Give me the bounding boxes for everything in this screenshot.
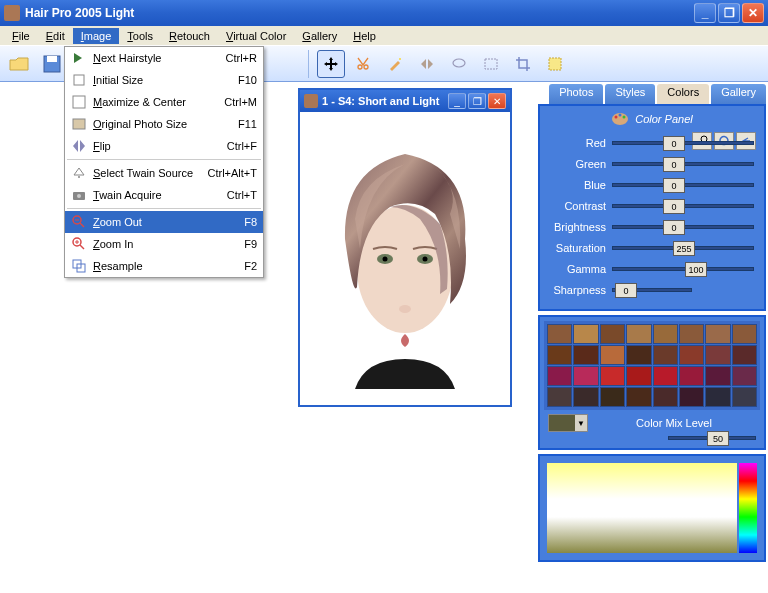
menu-gallery[interactable]: Gallery <box>294 28 345 44</box>
photo-canvas[interactable] <box>300 112 510 405</box>
color-gradient-picker[interactable] <box>547 463 737 553</box>
color-swatch[interactable] <box>573 366 598 386</box>
slider-row-contrast: Contrast0 <box>546 196 758 216</box>
color-swatch[interactable] <box>573 345 598 365</box>
menu-item-resample[interactable]: ResampleF2 <box>65 255 263 277</box>
crop-tool[interactable] <box>509 50 537 78</box>
color-swatch[interactable] <box>705 345 730 365</box>
color-swatch[interactable] <box>600 324 625 344</box>
color-swatch[interactable] <box>653 324 678 344</box>
color-swatch[interactable] <box>679 345 704 365</box>
wand-tool[interactable] <box>381 50 409 78</box>
minimize-button[interactable]: _ <box>694 3 716 23</box>
color-swatch[interactable] <box>653 387 678 407</box>
menu-tools[interactable]: Tools <box>119 28 161 44</box>
menu-item-select-twain-source[interactable]: Select Twain SourceCtrl+Alt+T <box>65 162 263 184</box>
menu-retouch[interactable]: Retouch <box>161 28 218 44</box>
color-swatch[interactable] <box>573 324 598 344</box>
photo-window-title: 1 - S4: Short and Light <box>322 95 448 107</box>
swatch-dropdown-icon[interactable]: ▼ <box>575 415 587 431</box>
color-swatch[interactable] <box>679 324 704 344</box>
photo-window-titlebar[interactable]: 1 - S4: Short and Light _ ❐ ✕ <box>300 90 510 112</box>
photo-maximize-button[interactable]: ❐ <box>468 93 486 109</box>
color-swatch[interactable] <box>705 387 730 407</box>
color-swatch[interactable] <box>547 345 572 365</box>
brightness-slider[interactable]: 0 <box>612 225 754 229</box>
current-color-swatch[interactable]: ▼ <box>548 414 588 432</box>
color-swatch[interactable] <box>653 366 678 386</box>
menu-item-twain-acquire[interactable]: Twain AcquireCtrl+T <box>65 184 263 206</box>
photo-minimize-button[interactable]: _ <box>448 93 466 109</box>
marquee-tool[interactable] <box>541 50 569 78</box>
menu-virtual-color[interactable]: Virtual Color <box>218 28 294 44</box>
slider-thumb[interactable]: 0 <box>663 178 685 193</box>
blue-slider[interactable]: 0 <box>612 183 754 187</box>
menu-image[interactable]: Image <box>73 28 120 44</box>
color-swatch[interactable] <box>626 387 651 407</box>
color-swatch[interactable] <box>705 366 730 386</box>
svg-point-2 <box>399 58 401 60</box>
tab-colors[interactable]: Colors <box>657 84 709 104</box>
mix-level-slider[interactable]: 50 <box>668 436 756 440</box>
color-swatch[interactable] <box>573 387 598 407</box>
color-swatch[interactable] <box>679 366 704 386</box>
color-swatch[interactable] <box>600 345 625 365</box>
open-button[interactable] <box>6 50 34 78</box>
menu-item-flip[interactable]: FlipCtrl+F <box>65 135 263 157</box>
slider-thumb[interactable]: 0 <box>663 136 685 151</box>
slider-thumb[interactable]: 0 <box>663 220 685 235</box>
menu-edit[interactable]: Edit <box>38 28 73 44</box>
menu-item-zoom-out[interactable]: Zoom OutF8 <box>65 211 263 233</box>
color-swatch[interactable] <box>547 366 572 386</box>
sharpness-slider[interactable]: 0 <box>612 288 692 292</box>
photo-close-button[interactable]: ✕ <box>488 93 506 109</box>
slider-row-brightness: Brightness0 <box>546 217 758 237</box>
menu-item-initial-size[interactable]: Initial SizeF10 <box>65 69 263 91</box>
slider-label: Saturation <box>546 242 612 254</box>
green-slider[interactable]: 0 <box>612 162 754 166</box>
maximize-button[interactable]: ❐ <box>718 3 740 23</box>
color-swatch[interactable] <box>653 345 678 365</box>
menu-item-next-hairstyle[interactable]: Next HairstyleCtrl+R <box>65 47 263 69</box>
color-swatch[interactable] <box>732 345 757 365</box>
move-tool[interactable] <box>317 50 345 78</box>
color-swatch[interactable] <box>732 387 757 407</box>
color-swatch[interactable] <box>600 366 625 386</box>
contrast-slider[interactable]: 0 <box>612 204 754 208</box>
cut-tool[interactable] <box>349 50 377 78</box>
lasso-tool[interactable] <box>445 50 473 78</box>
color-swatch[interactable] <box>626 324 651 344</box>
slider-thumb[interactable]: 255 <box>673 241 695 256</box>
tab-gallery[interactable]: Gallery <box>711 84 766 104</box>
saturation-slider[interactable]: 255 <box>612 246 754 250</box>
flip-h-tool[interactable] <box>413 50 441 78</box>
color-swatch[interactable] <box>626 345 651 365</box>
tab-photos[interactable]: Photos <box>549 84 603 104</box>
tab-styles[interactable]: Styles <box>605 84 655 104</box>
photo-window[interactable]: 1 - S4: Short and Light _ ❐ ✕ <box>298 88 512 407</box>
color-swatch[interactable] <box>626 366 651 386</box>
menu-file[interactable]: File <box>4 28 38 44</box>
color-swatch[interactable] <box>600 387 625 407</box>
slider-thumb[interactable]: 0 <box>615 283 637 298</box>
color-swatch[interactable] <box>732 324 757 344</box>
gamma-slider[interactable]: 100 <box>612 267 754 271</box>
slider-thumb[interactable]: 100 <box>685 262 707 277</box>
color-swatch[interactable] <box>547 324 572 344</box>
slider-thumb[interactable]: 0 <box>663 199 685 214</box>
save-button[interactable] <box>38 50 66 78</box>
menu-item-original-photo-size[interactable]: Original Photo SizeF11 <box>65 113 263 135</box>
color-swatch[interactable] <box>705 324 730 344</box>
red-slider[interactable]: 0 <box>612 141 754 145</box>
color-swatch[interactable] <box>679 387 704 407</box>
mix-slider-thumb[interactable]: 50 <box>707 431 729 446</box>
hue-slider[interactable] <box>739 463 757 553</box>
menu-help[interactable]: Help <box>345 28 384 44</box>
slider-thumb[interactable]: 0 <box>663 157 685 172</box>
menu-item-maximize-center[interactable]: Maximize & CenterCtrl+M <box>65 91 263 113</box>
menu-item-zoom-in[interactable]: Zoom InF9 <box>65 233 263 255</box>
close-button[interactable]: ✕ <box>742 3 764 23</box>
color-swatch[interactable] <box>732 366 757 386</box>
rect-select-tool[interactable] <box>477 50 505 78</box>
color-swatch[interactable] <box>547 387 572 407</box>
